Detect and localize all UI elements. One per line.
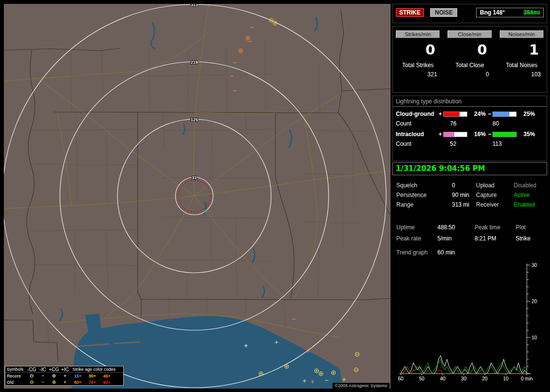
ic-negative-pct: 35%: [517, 131, 535, 138]
y-tick-label: 30: [532, 263, 537, 268]
map-canvas: 31321912531: [4, 4, 391, 389]
total-noises-value: 103: [500, 71, 544, 78]
trend-graph: 1020306050403020100 min: [392, 260, 546, 388]
cg-positive-count: 76: [437, 120, 486, 127]
bearing-label: Bng 148°: [480, 9, 505, 16]
strikes-per-min-button[interactable]: Strikes/min: [396, 30, 440, 38]
cg-positive-pct: 24%: [467, 111, 486, 117]
range-value: 313 mi: [452, 200, 476, 210]
noise-indicator[interactable]: NOISE: [430, 8, 457, 17]
age-code: 45+: [100, 374, 114, 378]
legend-recent-label: Recent: [7, 374, 26, 378]
cg-negative-bar: [492, 112, 517, 117]
cg-positive-bar: [443, 112, 467, 117]
indicator-panel: STRIKE NOISE Bng 148° 384mi: [392, 4, 547, 23]
squelch-value: 0: [452, 181, 476, 190]
trend-graph-period: 60 min: [437, 247, 475, 258]
legend-age-title: Strike age color codes: [71, 367, 122, 372]
plot-value: Strike: [516, 233, 543, 244]
y-tick-label: 10: [532, 335, 537, 340]
minus-sign: −: [487, 111, 492, 117]
legend-symbols-label: Symbols: [7, 367, 26, 372]
trend-series-strikes: [401, 356, 527, 374]
receiver-label: Receiver: [476, 200, 514, 210]
trend-graph-row: Trend graph 60 min: [392, 247, 547, 258]
plus-sign: +: [437, 111, 443, 117]
close-per-min-value: 0: [448, 38, 492, 60]
legend-col-pos-cg: +CG: [48, 366, 59, 373]
peak-time-label: Peak time: [475, 222, 516, 233]
plot-label: Plot: [516, 222, 543, 233]
bearing-display: Bng 148° 384mi: [476, 8, 544, 17]
peak-rate-value: 5/min: [437, 233, 475, 244]
settings-panel: Squelch 0 Upload Disabled Persistence 90…: [392, 179, 547, 212]
plus-icon: +: [59, 373, 71, 379]
ic-negative-bar: [492, 132, 517, 137]
x-tick-label: 0 min: [521, 376, 533, 381]
x-tick-label: 40: [440, 376, 446, 381]
ic-positive-count: 52: [437, 140, 486, 147]
count-label: Count: [396, 140, 437, 147]
circle-minus-icon: ⊖: [26, 373, 37, 379]
map-legend: Symbols -CG -IC +CG +IC Strike age color…: [5, 366, 124, 386]
ic-positive-pct: 16%: [467, 131, 486, 138]
strikes-per-min-value: 0: [396, 38, 440, 60]
trend-graph-label: Trend graph: [396, 247, 437, 258]
x-tick-label: 60: [398, 376, 404, 381]
copyright-text: ©2005 Astrogenic Systems: [333, 383, 390, 389]
x-tick-label: 10: [503, 376, 509, 381]
minus-icon: −: [37, 373, 48, 379]
strike-indicator[interactable]: STRIKE: [396, 8, 424, 17]
legend-old-label: Old: [7, 380, 26, 385]
persistence-value: 90 min: [452, 190, 476, 200]
noises-per-min-button[interactable]: Noises/min: [500, 30, 544, 38]
age-code: 30+: [85, 374, 100, 378]
total-close-value: 0: [448, 71, 492, 78]
age-code: 15+: [71, 374, 85, 378]
age-code: 75+: [85, 380, 100, 385]
ring-distance-label: 219: [190, 60, 198, 65]
circle-plus-icon: ⊕: [48, 379, 59, 385]
minus-icon: −: [37, 379, 48, 385]
age-code: 90+: [100, 380, 114, 385]
close-per-min-button[interactable]: Close/min: [448, 30, 492, 38]
cg-negative-pct: 25%: [517, 111, 535, 117]
intracloud-count-row: Count 52 113: [393, 140, 547, 147]
stats-row: Peak rate 5/min 8:21 PM Strike: [392, 233, 547, 244]
y-tick-label: 20: [532, 299, 537, 304]
stats-panel: Uptime 488:50 Peak time Plot Peak rate 5…: [392, 220, 547, 261]
legend-col-pos-ic: +IC: [59, 366, 71, 373]
settings-row: Range 313 mi Receiver Enabled: [392, 200, 547, 210]
intracloud-label: Intracloud: [396, 131, 437, 138]
x-tick-label: 30: [461, 376, 467, 381]
capture-label: Capture: [476, 190, 514, 200]
rates-panel: Strikes/min 0 Total Strikes 321 Close/mi…: [392, 26, 547, 93]
upload-status: Disabled: [514, 181, 543, 190]
lightning-map[interactable]: 31321912531 Symbols -CG -IC +CG +IC Stri…: [4, 4, 391, 389]
uptime-value: 488:50: [437, 222, 475, 233]
bearing-distance: 384mi: [523, 9, 540, 16]
cloud-ground-row: Cloud-ground + 24% − 25%: [393, 111, 547, 117]
ic-negative-count: 113: [486, 140, 502, 147]
cloud-ground-label: Cloud-ground: [396, 111, 437, 117]
settings-row: Persistence 90 min Capture Active: [392, 190, 547, 200]
cg-negative-count: 80: [486, 120, 499, 127]
distribution-panel: Lightning type distribution Cloud-ground…: [392, 96, 547, 161]
strikes-column: Strikes/min 0 Total Strikes 321: [396, 30, 440, 78]
total-strikes-value: 321: [396, 71, 440, 78]
age-code: 60+: [71, 380, 85, 385]
persistence-label: Persistence: [396, 190, 452, 200]
count-label: Count: [396, 120, 437, 127]
total-close-label: Total Close: [448, 62, 492, 69]
intracloud-row: Intracloud + 16% − 35%: [393, 131, 547, 138]
minus-sign: −: [487, 131, 492, 138]
circle-plus-icon: ⊕: [48, 373, 59, 379]
range-label: Range: [396, 200, 452, 210]
circle-minus-icon: ⊖: [26, 379, 37, 385]
distribution-title: Lightning type distribution: [393, 96, 547, 107]
legend-header: Symbols -CG -IC +CG +IC Strike age color…: [5, 366, 123, 373]
receiver-status: Enabled: [514, 200, 543, 210]
ring-distance-label: 313: [190, 4, 198, 7]
status-sidebar: STRIKE NOISE Bng 148° 384mi Strikes/min …: [392, 4, 547, 389]
ring-distance-label: 125: [190, 117, 198, 122]
